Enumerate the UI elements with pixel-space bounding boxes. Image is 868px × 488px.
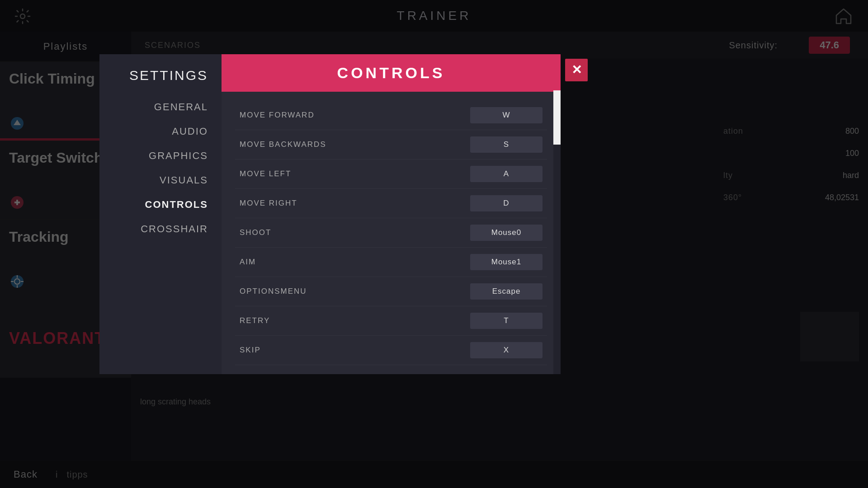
control-label-shoot: SHOOT — [240, 228, 271, 237]
control-key-skip[interactable]: X — [470, 342, 542, 358]
settings-nav-visuals[interactable]: VISUALS — [160, 174, 208, 186]
scrollbar-track — [553, 90, 561, 374]
control-label-move-backwards: MOVE BACKWARDS — [240, 140, 326, 149]
control-row-optionsmenu: OPTIONSMENU Escape — [235, 277, 547, 306]
control-label-move-left: MOVE LEFT — [240, 169, 291, 178]
control-key-aim[interactable]: Mouse1 — [470, 254, 542, 270]
settings-nav-crosshair[interactable]: CROSSHAIR — [141, 223, 208, 235]
control-row-move-right: MOVE RIGHT D — [235, 189, 547, 218]
modal-inner: SETTINGS GENERAL AUDIO GRAPHICS VISUALS … — [99, 54, 561, 374]
control-key-retry[interactable]: T — [470, 313, 542, 329]
control-row-move-forward: MOVE FORWARD W — [235, 101, 547, 130]
settings-nav-controls[interactable]: CONTROLS — [145, 199, 208, 211]
control-row-move-left: MOVE LEFT A — [235, 160, 547, 189]
settings-sidebar: SETTINGS GENERAL AUDIO GRAPHICS VISUALS … — [99, 54, 222, 374]
control-key-optionsmenu[interactable]: Escape — [470, 283, 542, 300]
settings-nav-general[interactable]: GENERAL — [154, 101, 208, 113]
control-key-move-backwards[interactable]: S — [470, 136, 542, 153]
control-key-move-forward[interactable]: W — [470, 107, 542, 123]
settings-modal: SETTINGS GENERAL AUDIO GRAPHICS VISUALS … — [99, 54, 561, 374]
control-label-move-forward: MOVE FORWARD — [240, 111, 315, 120]
control-key-shoot[interactable]: Mouse0 — [470, 225, 542, 241]
control-row-retry: RETRY T — [235, 306, 547, 336]
controls-header: CONTROLS — [222, 54, 561, 92]
control-row-aim: AIM Mouse1 — [235, 248, 547, 277]
controls-title: CONTROLS — [337, 64, 445, 82]
settings-content: ✕ CONTROLS MOVE FORWARD W MOVE BACKWARDS… — [222, 54, 561, 374]
control-row-shoot: SHOOT Mouse0 — [235, 218, 547, 248]
settings-nav-audio[interactable]: AUDIO — [172, 126, 208, 137]
close-button[interactable]: ✕ — [565, 59, 588, 81]
control-label-move-right: MOVE RIGHT — [240, 199, 297, 208]
control-key-move-left[interactable]: A — [470, 166, 542, 182]
settings-title: SETTINGS — [129, 68, 208, 83]
control-label-aim: AIM — [240, 258, 256, 267]
control-label-retry: RETRY — [240, 316, 270, 325]
control-label-optionsmenu: OPTIONSMENU — [240, 287, 307, 296]
control-row-skip: SKIP X — [235, 336, 547, 365]
control-label-skip: SKIP — [240, 346, 261, 355]
close-icon: ✕ — [571, 64, 582, 76]
control-key-move-right[interactable]: D — [470, 195, 542, 211]
controls-list: MOVE FORWARD W MOVE BACKWARDS S MOVE LEF… — [222, 92, 561, 374]
settings-nav-graphics[interactable]: GRAPHICS — [149, 150, 208, 162]
scrollbar-thumb[interactable] — [553, 90, 561, 145]
control-row-move-backwards: MOVE BACKWARDS S — [235, 130, 547, 160]
